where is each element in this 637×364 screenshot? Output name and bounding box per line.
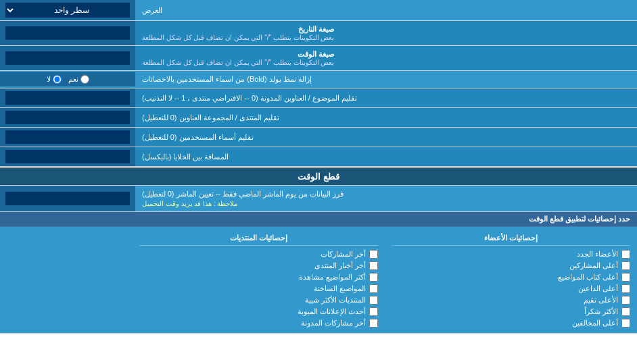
main-container: العرض سطر واحد سطرين ثلاثة أسطر صيغة الت… (0, 0, 637, 334)
stats-col-extra (0, 230, 133, 330)
stats-col-forums: إحصائيات المنتديات أخر المشاركات أخر أخب… (133, 230, 385, 330)
cell-spacing-label: المسافة بين الخلايا (بالبكسل) (135, 147, 637, 166)
display-select[interactable]: سطر واحد سطرين ثلاثة أسطر (5, 3, 130, 18)
username-order-field[interactable]: 0 (5, 130, 130, 144)
checkbox-forums-0[interactable]: أخر المشاركات (139, 250, 378, 259)
checkbox-forums-3[interactable]: المواضيع الساخنة (139, 284, 378, 293)
username-order-row: تقليم أسماء المستخدمين (0 للتعطيل) 0 (0, 128, 637, 147)
bold-remove-row: إزالة نمط بولد (Bold) من اسماء المستخدمي… (0, 71, 637, 88)
topic-order-input[interactable]: 33 (0, 88, 135, 107)
time-cut-row: فرز البيانات من يوم الماشر الماضي فقط --… (0, 186, 637, 212)
time-format-label: صيغة الوقت بعض التكوينات يتطلب "/" التي … (135, 46, 637, 70)
checkbox-members-5[interactable]: الأكثر شكراً (392, 307, 630, 316)
username-order-label: تقليم أسماء المستخدمين (0 للتعطيل) (135, 128, 637, 147)
date-format-input[interactable]: d-m (0, 21, 135, 45)
time-cut-input[interactable]: 0 (0, 186, 135, 211)
radio-no-label[interactable]: لا (47, 75, 62, 84)
checkbox-members-4[interactable]: الأعلى تقيم (392, 296, 630, 305)
display-row: العرض سطر واحد سطرين ثلاثة أسطر (0, 0, 637, 21)
forum-order-field[interactable]: 33 (5, 111, 130, 124)
checkbox-forums-4[interactable]: المنتديات الأكثر شبية (139, 296, 378, 305)
checkbox-forums-2[interactable]: أكثر المواضيع مشاهدة (139, 273, 378, 282)
username-order-input[interactable]: 0 (0, 128, 135, 147)
cell-spacing-field[interactable]: 2 (5, 150, 130, 163)
topic-order-label: تقليم الموضوع / العناوين المدونة (0 -- ا… (135, 88, 637, 107)
radio-no[interactable] (53, 75, 62, 84)
time-cut-field[interactable]: 0 (5, 192, 130, 205)
checkbox-members-1[interactable]: أعلى المشاركين (392, 261, 630, 270)
checkbox-forums-5[interactable]: أحدث الإعلانات المبوبة (139, 307, 378, 316)
cell-spacing-input[interactable]: 2 (0, 147, 135, 166)
checkbox-forums-1[interactable]: أخر أخبار المنتدى (139, 261, 378, 270)
topic-order-field[interactable]: 33 (5, 91, 130, 105)
stats-header: حدد إحصائيات لتطبيق قطع الوقت (0, 212, 637, 227)
time-format-input[interactable]: H:i (0, 46, 135, 70)
stats-col-forums-header: إحصائيات المنتديات (139, 232, 378, 246)
checkbox-members-2[interactable]: أعلى كتاب المواضيع (392, 273, 630, 282)
stats-grid: إحصائيات الأعضاء الأعضاء الجدد أعلى المش… (0, 227, 637, 333)
checkbox-members-0[interactable]: الأعضاء الجدد (392, 250, 630, 259)
stats-section: حدد إحصائيات لتطبيق قطع الوقت إحصائيات ا… (0, 212, 637, 334)
stats-col-members: إحصائيات الأعضاء الأعضاء الجدد أعلى المش… (385, 230, 637, 330)
checkbox-members-3[interactable]: أعلى الداعين (392, 284, 630, 293)
forum-order-label: تقليم المنتدى / المجموعة العناوين (0 للت… (135, 108, 637, 127)
date-format-label: صيغة التاريخ بعض التكوينات يتطلب "/" الت… (135, 21, 637, 45)
checkbox-members-6[interactable]: أعلى المخالفين (392, 319, 630, 328)
time-cut-header: قطع الوقت (0, 167, 637, 186)
bold-remove-controls[interactable]: نعم لا (0, 72, 135, 86)
time-cut-label: فرز البيانات من يوم الماشر الماضي فقط --… (135, 186, 637, 211)
radio-yes[interactable] (80, 75, 89, 84)
checkbox-forums-6[interactable]: أخر مشاركات المدونة (139, 319, 378, 328)
display-label: العرض (135, 0, 637, 20)
forum-order-row: تقليم المنتدى / المجموعة العناوين (0 للت… (0, 108, 637, 128)
date-format-field[interactable]: d-m (5, 26, 130, 40)
date-format-row: صيغة التاريخ بعض التكوينات يتطلب "/" الت… (0, 21, 637, 46)
time-format-field[interactable]: H:i (5, 51, 130, 65)
bold-remove-label: إزالة نمط بولد (Bold) من اسماء المستخدمي… (135, 71, 637, 88)
topic-order-row: تقليم الموضوع / العناوين المدونة (0 -- ا… (0, 88, 637, 108)
time-format-row: صيغة الوقت بعض التكوينات يتطلب "/" التي … (0, 46, 637, 71)
stats-col-members-header: إحصائيات الأعضاء (392, 232, 630, 246)
forum-order-input[interactable]: 33 (0, 108, 135, 127)
radio-yes-label[interactable]: نعم (68, 75, 89, 84)
display-input[interactable]: سطر واحد سطرين ثلاثة أسطر (0, 0, 135, 20)
cell-spacing-row: المسافة بين الخلايا (بالبكسل) 2 (0, 147, 637, 167)
